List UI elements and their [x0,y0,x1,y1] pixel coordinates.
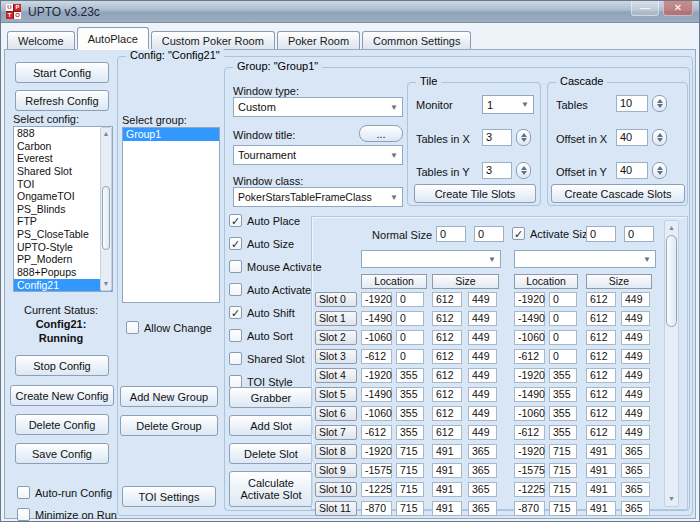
slot-3-value-field-0[interactable]: -612 [361,349,392,364]
slot-4-value-field-4[interactable]: -1920 [514,368,545,383]
slot-9-value-field-4[interactable]: -1575 [514,463,545,478]
spinner-down-icon[interactable] [521,138,527,142]
tables-in-x-field[interactable]: 3 [482,129,512,146]
window-class-select[interactable]: PokerStarsTableFrameClass ▼ [233,187,403,207]
slot-9-value-field-6[interactable]: 491 [586,463,616,478]
slot-1-value-field-7[interactable]: 449 [621,311,650,326]
title-bar[interactable]: U P T O UPTO v3.23c — ✕ [1,1,699,23]
slot-8-value-field-3[interactable]: 365 [468,444,497,459]
scroll-up-icon[interactable]: ▲ [101,129,111,139]
slot-8-value-field-5[interactable]: 715 [549,444,577,459]
offset-in-y-field[interactable]: 40 [616,162,648,179]
slot-5-value-field-2[interactable]: 612 [432,387,462,402]
create-cascade-slots-button[interactable]: Create Cascade Slots [551,184,685,203]
tables-in-y-stepper[interactable] [516,162,531,179]
slot-0-value-field-1[interactable]: 0 [396,292,424,307]
create-tile-slots-button[interactable]: Create Tile Slots [414,184,536,203]
slot-row-button-0[interactable]: Slot 0 [315,292,357,307]
slot-2-value-field-1[interactable]: 0 [396,330,424,345]
config-list-item-carbon[interactable]: Carbon [14,140,112,153]
scroll-thumb[interactable] [102,186,110,250]
tables-in-x-stepper[interactable] [516,129,531,146]
add-new-group-button[interactable]: Add New Group [120,386,218,407]
delete-slot-button[interactable]: Delete Slot [229,443,313,464]
checkbox-box[interactable]: ✓ [229,306,242,319]
slot-0-value-field-6[interactable]: 612 [586,292,616,307]
slot-2-value-field-3[interactable]: 449 [468,330,497,345]
add-slot-button[interactable]: Add Slot [229,415,313,436]
slot-0-value-field-5[interactable]: 0 [549,292,577,307]
tab-welcome[interactable]: Welcome [7,31,75,49]
config-list-item-pp-modern[interactable]: PP_Modern [14,253,112,266]
slot-9-value-field-7[interactable]: 365 [621,463,650,478]
save-config-button[interactable]: Save Config [15,443,109,464]
slot-7-value-field-0[interactable]: -612 [361,425,392,440]
slot-10-value-field-3[interactable]: 365 [468,482,497,497]
scroll-down-icon[interactable]: ▼ [665,494,678,504]
tables-in-y-field[interactable]: 3 [482,162,512,179]
slot-11-value-field-5[interactable]: 715 [549,501,577,516]
slot-2-value-field-6[interactable]: 612 [586,330,616,345]
close-button[interactable]: ✕ [663,1,693,16]
slot-3-value-field-3[interactable]: 449 [468,349,497,364]
slot-1-value-field-6[interactable]: 612 [586,311,616,326]
spinner-up-icon[interactable] [521,133,527,137]
cascade-tables-field[interactable]: 10 [616,95,648,112]
slot-9-value-field-5[interactable]: 715 [549,463,577,478]
chevron-down-icon[interactable]: ▼ [521,100,533,109]
slot-0-value-field-0[interactable]: -1920 [361,292,392,307]
slot-9-value-field-1[interactable]: 715 [396,463,424,478]
spinner-up-icon[interactable] [657,99,663,103]
slot-7-value-field-5[interactable]: 355 [549,425,577,440]
slot-2-value-field-4[interactable]: -1060 [514,330,545,345]
spinner-up-icon[interactable] [657,133,663,137]
config-list-item-ftp[interactable]: FTP [14,215,112,228]
slot-8-value-field-4[interactable]: -1920 [514,444,545,459]
slot-4-value-field-0[interactable]: -1920 [361,368,392,383]
slot-2-value-field-5[interactable]: 0 [549,330,577,345]
config-list-item-everest[interactable]: Everest [14,152,112,165]
config-list-item-toi[interactable]: TOI [14,178,112,191]
monitor-select[interactable]: 1 ▼ [482,95,534,114]
slot-10-value-field-0[interactable]: -1225 [361,482,392,497]
config-list-item-888-popups[interactable]: 888+Popups [14,266,112,279]
chevron-down-icon[interactable]: ▼ [390,151,402,160]
spinner-down-icon[interactable] [657,171,663,175]
slot-6-value-field-4[interactable]: -1060 [514,406,545,421]
checkbox-box[interactable] [17,508,30,521]
slot-0-value-field-4[interactable]: -1920 [514,292,545,307]
slot-5-value-field-6[interactable]: 612 [586,387,616,402]
slot-4-value-field-7[interactable]: 449 [621,368,650,383]
slot-row-button-6[interactable]: Slot 6 [315,406,357,421]
config-list-item-ongametoi[interactable]: OngameTOI [14,190,112,203]
slot-3-value-field-6[interactable]: 612 [586,349,616,364]
stop-config-button[interactable]: Stop Config [15,355,109,376]
tab-autoplace[interactable]: AutoPlace [77,27,149,49]
slot-7-value-field-4[interactable]: -612 [514,425,545,440]
checkbox-box[interactable] [229,260,242,273]
slot-6-value-field-2[interactable]: 612 [432,406,462,421]
slot-5-value-field-4[interactable]: -1490 [514,387,545,402]
slot-4-value-field-5[interactable]: 355 [549,368,577,383]
config-list-item-ps-blinds[interactable]: PS_Blinds [14,203,112,216]
checkbox-box[interactable] [229,329,242,342]
config-list-scrollbar[interactable]: ▲ ▼ [100,127,112,291]
slot-8-value-field-7[interactable]: 365 [621,444,650,459]
checkbox-box[interactable]: ✓ [229,214,242,227]
slot-row-button-1[interactable]: Slot 1 [315,311,357,326]
slot-7-value-field-3[interactable]: 449 [468,425,497,440]
slot-3-value-field-2[interactable]: 612 [432,349,462,364]
slot-9-value-field-0[interactable]: -1575 [361,463,392,478]
slot-1-value-field-0[interactable]: -1490 [361,311,392,326]
config-list-item-config21[interactable]: Config21 [14,279,112,292]
slot-row-button-9[interactable]: Slot 9 [315,463,357,478]
slot-10-value-field-2[interactable]: 491 [432,482,462,497]
checkbox-box[interactable]: ✓ [229,237,242,250]
slot-8-value-field-1[interactable]: 715 [396,444,424,459]
slot-0-value-field-3[interactable]: 449 [468,292,497,307]
slot-4-value-field-1[interactable]: 355 [396,368,424,383]
offset-in-x-stepper[interactable] [652,129,667,146]
slot-row-button-5[interactable]: Slot 5 [315,387,357,402]
slots-scrollbar[interactable]: ▲ ▼ [664,220,679,507]
refresh-config-button[interactable]: Refresh Config [15,90,109,111]
